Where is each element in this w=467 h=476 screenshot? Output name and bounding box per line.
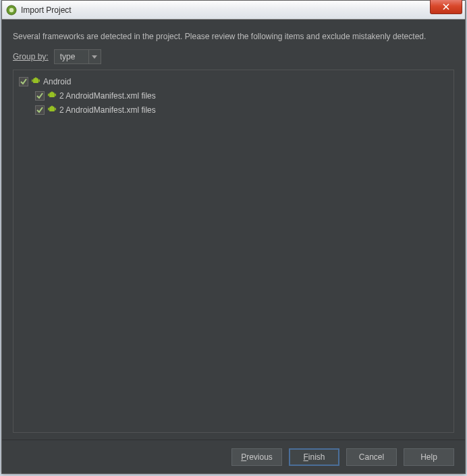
checkbox[interactable] — [35, 91, 45, 101]
svg-point-15 — [50, 106, 51, 107]
svg-rect-13 — [48, 108, 49, 111]
tree-root-row[interactable]: Android — [16, 74, 451, 88]
svg-point-16 — [53, 106, 53, 107]
titlebar[interactable]: Import Project — [2, 1, 465, 20]
svg-point-5 — [34, 78, 34, 78]
tree-child-row[interactable]: 2 AndroidManifest.xml files — [16, 88, 451, 103]
checkbox[interactable] — [35, 105, 45, 115]
group-by-label: Group by: — [13, 52, 49, 61]
android-icon — [31, 76, 40, 87]
dialog-content: Several frameworks are detected in the p… — [2, 20, 465, 440]
btn-rest: inish — [308, 452, 325, 462]
previous-button[interactable]: Previous — [231, 448, 282, 466]
svg-point-1 — [9, 7, 13, 11]
tree-root-label: Android — [43, 77, 71, 86]
tree-child-row[interactable]: 2 AndroidManifest.xml files — [16, 103, 451, 117]
svg-point-10 — [50, 92, 51, 92]
close-button[interactable] — [430, 0, 462, 14]
description-text: Several frameworks are detected in the p… — [13, 30, 454, 43]
svg-rect-4 — [39, 80, 40, 82]
svg-point-6 — [36, 78, 37, 78]
group-by-combo[interactable]: type — [54, 49, 101, 64]
svg-rect-12 — [49, 107, 55, 111]
group-by-row: Group by: type — [13, 49, 454, 64]
finish-button[interactable]: Finish — [289, 448, 339, 466]
app-icon — [6, 5, 17, 16]
android-icon — [47, 104, 57, 115]
android-icon — [47, 90, 57, 101]
btn-rest: revious — [246, 452, 273, 462]
cancel-button[interactable]: Cancel — [346, 448, 397, 466]
svg-rect-3 — [32, 80, 33, 82]
svg-rect-14 — [55, 108, 57, 111]
checkbox[interactable] — [19, 77, 28, 86]
help-button[interactable]: Help — [404, 448, 454, 466]
svg-rect-7 — [49, 93, 55, 97]
svg-rect-8 — [48, 94, 49, 97]
svg-point-11 — [53, 92, 53, 92]
tree-child-label: 2 AndroidManifest.xml files — [59, 91, 156, 101]
tree-child-label: 2 AndroidManifest.xml files — [59, 105, 156, 115]
chevron-down-icon — [88, 50, 101, 63]
frameworks-tree[interactable]: Android 2 AndroidManifest.xml — [13, 70, 454, 433]
svg-rect-9 — [55, 94, 57, 97]
button-bar: Previous Finish Cancel Help — [2, 440, 465, 473]
group-by-value: type — [55, 50, 88, 63]
svg-rect-2 — [33, 79, 38, 83]
window-title: Import Project — [21, 5, 72, 15]
dialog-window: Import Project Several frameworks are de… — [1, 0, 466, 474]
